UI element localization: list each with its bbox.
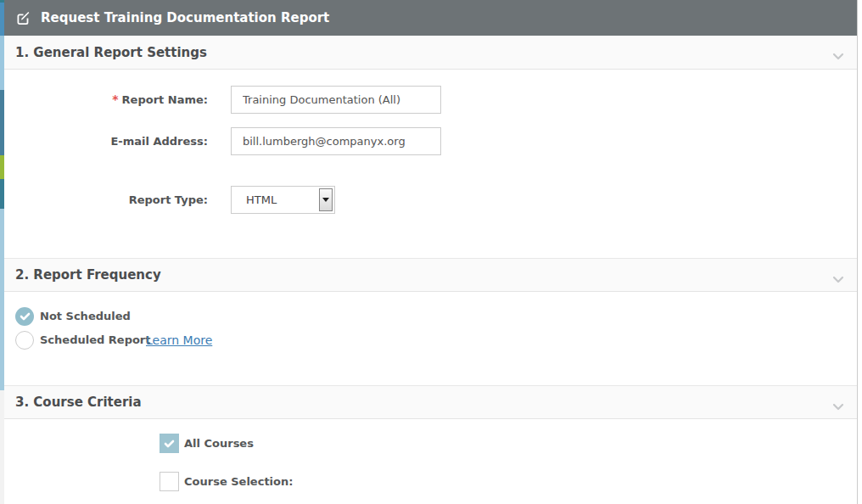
section-header-general-settings[interactable]: 1. General Report Settings	[4, 36, 857, 70]
course-criteria-content: All Courses Course Selection:	[4, 420, 857, 504]
general-settings-content: *Report Name: E-mail Address: Report Typ…	[4, 70, 857, 258]
title-bar: Request Training Documentation Report	[4, 0, 857, 36]
radio-label: Scheduled Report	[40, 331, 151, 350]
radio-checked-icon[interactable]	[15, 307, 34, 326]
email-row: E-mail Address:	[4, 127, 857, 155]
radio-unchecked-icon[interactable]	[15, 331, 34, 350]
page-title: Request Training Documentation Report	[41, 10, 329, 25]
checkbox-checked-icon[interactable]	[160, 434, 179, 453]
required-asterisk: *	[112, 92, 118, 106]
chevron-down-icon[interactable]	[832, 272, 844, 287]
report-type-value: HTML	[246, 187, 277, 213]
section-header-course-criteria[interactable]: 3. Course Criteria	[4, 385, 857, 419]
caret-down-icon	[322, 198, 329, 202]
email-input[interactable]	[231, 127, 441, 155]
section-title: 3. Course Criteria	[15, 395, 142, 410]
report-type-row: Report Type: HTML	[4, 186, 857, 214]
report-name-row: *Report Name:	[4, 86, 857, 114]
edit-icon	[16, 10, 31, 25]
main-panel: Request Training Documentation Report 1.…	[4, 0, 858, 504]
checkbox-label: All Courses	[184, 434, 254, 453]
select-arrow-button[interactable]	[319, 188, 333, 211]
checkbox-all-courses[interactable]: All Courses	[4, 434, 857, 453]
radio-not-scheduled[interactable]: Not Scheduled	[4, 307, 857, 326]
report-type-label: Report Type:	[4, 186, 208, 214]
report-name-input[interactable]	[231, 86, 441, 114]
section-header-report-frequency[interactable]: 2. Report Frequency	[4, 258, 857, 292]
report-name-label: *Report Name:	[4, 86, 208, 114]
radio-scheduled-report[interactable]: Scheduled Report Learn More	[4, 331, 857, 350]
chevron-down-icon[interactable]	[832, 399, 844, 414]
checkbox-course-selection[interactable]: Course Selection:	[4, 472, 857, 491]
report-frequency-content: Not Scheduled Scheduled Report Learn Mor…	[4, 293, 857, 385]
learn-more-link[interactable]: Learn More	[146, 331, 212, 350]
radio-label: Not Scheduled	[40, 307, 131, 326]
checkbox-label: Course Selection:	[184, 472, 293, 491]
email-label: E-mail Address:	[4, 127, 208, 155]
report-type-select[interactable]: HTML	[231, 186, 335, 214]
section-title: 1. General Report Settings	[15, 45, 207, 60]
chevron-down-icon[interactable]	[832, 48, 844, 64]
checkbox-unchecked-icon[interactable]	[160, 472, 179, 491]
section-title: 2. Report Frequency	[15, 267, 161, 283]
